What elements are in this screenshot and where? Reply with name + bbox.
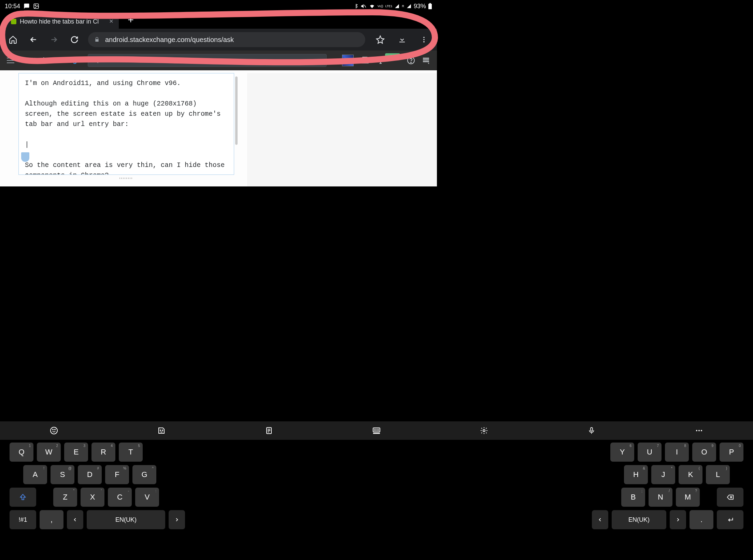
site-logo[interactable]: StackExchange — [21, 56, 81, 64]
volte-indicator: Vo)) — [378, 5, 383, 8]
reload-button[interactable] — [68, 33, 81, 46]
editor-resize-grip[interactable] — [18, 176, 234, 180]
page-content — [0, 70, 437, 186]
wifi-icon — [369, 3, 375, 9]
browser-tab[interactable]: Howto hide the tabs bar in Cl — [6, 14, 119, 29]
downloads-button[interactable] — [395, 33, 409, 46]
text-cursor-handle[interactable] — [21, 152, 29, 162]
achievements-icon[interactable] — [376, 56, 385, 65]
site-search[interactable] — [88, 54, 327, 67]
lock-icon — [94, 37, 100, 42]
svg-line-2 — [364, 5, 366, 8]
svg-rect-3 — [428, 4, 432, 9]
tab-close-button[interactable] — [109, 18, 114, 26]
battery-percent: 93% — [414, 3, 426, 10]
mute-icon — [360, 3, 367, 9]
forward-button[interactable] — [47, 33, 61, 46]
tab-favicon-icon — [11, 19, 16, 24]
svg-point-1 — [35, 5, 35, 5]
svg-rect-14 — [423, 58, 429, 59]
android-status-bar: 10:54 Vo)) LTE1 R 93% — [0, 0, 437, 12]
user-avatar[interactable] — [342, 55, 354, 66]
stackexchange-logo-icon — [21, 57, 27, 64]
network-label: LTE1 — [385, 5, 393, 8]
question-body-editor[interactable] — [18, 73, 234, 175]
svg-point-11 — [93, 58, 97, 62]
bookmark-button[interactable] — [373, 33, 387, 46]
svg-rect-16 — [423, 61, 429, 62]
inbox-icon[interactable] — [360, 56, 369, 65]
reputation-badge: +100 — [385, 53, 400, 60]
roaming-indicator: R — [402, 4, 404, 8]
tab-title: Howto hide the tabs bar in Cl — [20, 18, 105, 25]
bluetooth-icon — [354, 3, 358, 9]
signal-bars-icon-1 — [394, 4, 400, 9]
home-button[interactable] — [6, 33, 20, 46]
svg-rect-4 — [429, 3, 431, 4]
svg-point-6 — [423, 39, 425, 40]
notification-message-icon — [24, 3, 30, 9]
url-bar[interactable]: android.stackexchange.com/questions/ask — [88, 32, 365, 47]
chrome-tab-strip: Howto hide the tabs bar in Cl — [0, 12, 437, 29]
svg-point-7 — [423, 41, 425, 43]
search-icon — [92, 57, 99, 64]
svg-rect-8 — [22, 58, 27, 59]
site-header: StackExchange +100 — [0, 51, 437, 70]
svg-rect-15 — [423, 59, 429, 60]
editor-scrollbar[interactable] — [235, 76, 238, 145]
url-text: android.stackexchange.com/questions/ask — [105, 36, 234, 44]
browser-menu-button[interactable] — [417, 33, 431, 46]
sidebar-area — [247, 73, 437, 186]
svg-rect-10 — [22, 61, 27, 62]
battery-icon — [428, 3, 432, 9]
svg-point-13 — [411, 62, 411, 63]
signal-bars-icon-2 — [406, 4, 412, 9]
svg-point-5 — [423, 37, 425, 38]
logo-text-1: Stack — [29, 56, 46, 64]
svg-rect-9 — [22, 59, 27, 60]
help-icon[interactable] — [407, 56, 415, 65]
site-search-input[interactable] — [102, 57, 322, 64]
back-button[interactable] — [27, 33, 40, 46]
site-menu-button[interactable] — [7, 58, 14, 63]
site-switcher-icon[interactable] — [422, 56, 430, 65]
logo-text-2: Exchange — [48, 56, 81, 64]
status-clock: 10:54 — [5, 3, 20, 10]
chrome-toolbar: android.stackexchange.com/questions/ask — [0, 29, 437, 51]
new-tab-button[interactable] — [127, 15, 134, 29]
notification-image-icon — [33, 3, 39, 9]
